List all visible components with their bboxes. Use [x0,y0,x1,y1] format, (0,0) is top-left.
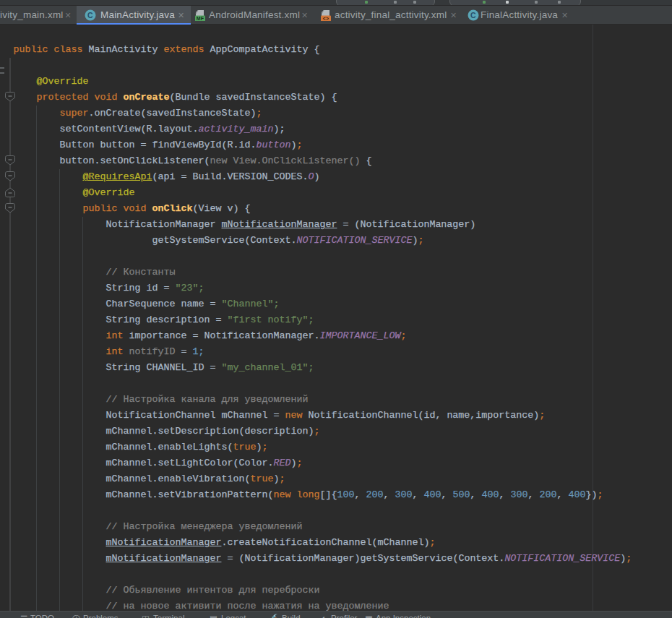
svg-text:<>: <> [323,16,329,21]
svg-text:MF: MF [197,16,204,21]
svg-text:C: C [470,11,476,20]
svg-text:C: C [87,11,93,20]
